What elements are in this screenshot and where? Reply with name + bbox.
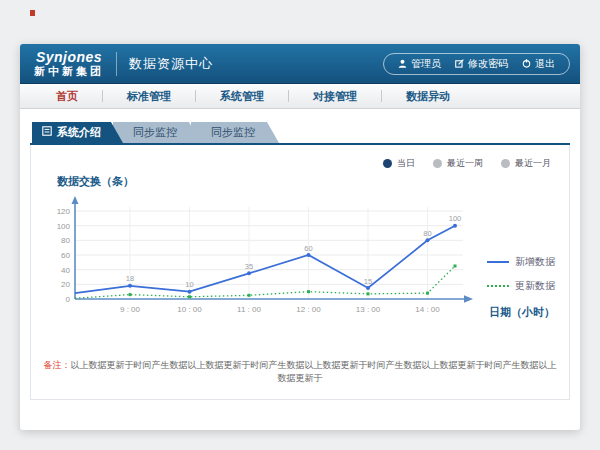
app-window: Synjones 新中新集团 数据资源中心 管理员 修改密码	[20, 44, 580, 430]
svg-text:80: 80	[61, 236, 70, 245]
user-icon	[398, 59, 407, 68]
nav-item-standard-mgmt[interactable]: 标准管理	[103, 89, 195, 104]
red-dot	[30, 10, 35, 16]
tab-bar: 系统介绍同步监控同步监控	[30, 122, 570, 143]
svg-text:13 : 00: 13 : 00	[356, 305, 381, 314]
radio-label: 当日	[397, 157, 415, 170]
series-legend: 新增数据更新数据	[487, 255, 555, 293]
change-password-label: 修改密码	[468, 57, 508, 71]
y-axis-title: 数据交换（条）	[57, 174, 557, 189]
svg-text:120: 120	[57, 207, 71, 216]
tab-system-intro[interactable]: 系统介绍	[32, 122, 123, 143]
main-content: 系统介绍同步监控同步监控 当日最近一周最近一月 数据交换（条） 02040608…	[20, 109, 580, 400]
radio-dot-icon	[501, 159, 510, 168]
header-divider	[116, 52, 117, 76]
logout-label: 退出	[535, 57, 555, 71]
tab-sync-monitor-2[interactable]: 同步监控	[191, 122, 279, 143]
svg-text:14 : 00: 14 : 00	[415, 305, 440, 314]
legend-line-swatch	[487, 285, 509, 287]
edit-icon	[455, 59, 464, 68]
top-header: Synjones 新中新集团 数据资源中心 管理员 修改密码	[20, 44, 580, 84]
document-icon	[42, 122, 52, 143]
nav-item-home[interactable]: 首页	[32, 89, 102, 104]
change-password-button[interactable]: 修改密码	[455, 57, 508, 71]
legend-new-data[interactable]: 新增数据	[487, 255, 555, 269]
svg-text:100: 100	[57, 222, 71, 231]
radio-today[interactable]: 当日	[383, 157, 415, 170]
nav-item-data-change[interactable]: 数据异动	[382, 89, 474, 104]
radio-label: 最近一月	[515, 157, 551, 170]
company-logo: Synjones 新中新集团	[34, 50, 104, 77]
svg-text:10: 10	[185, 280, 193, 289]
svg-text:0: 0	[66, 295, 71, 304]
svg-text:10 : 00: 10 : 00	[177, 305, 202, 314]
main-nav: 首页标准管理系统管理对接管理数据异动	[20, 84, 580, 109]
line-chart: 0204060801001209 : 0010 : 0011 : 0012 : …	[51, 193, 483, 328]
tab-label: 同步监控	[133, 126, 177, 138]
nav-item-system-mgmt[interactable]: 系统管理	[196, 89, 288, 104]
logo-text-cn: 新中新集团	[34, 65, 104, 77]
svg-text:18: 18	[126, 274, 134, 283]
radio-dot-icon	[433, 159, 442, 168]
svg-text:20: 20	[61, 280, 70, 289]
svg-text:9 : 00: 9 : 00	[120, 305, 141, 314]
x-axis-title: 日期（小时）	[489, 305, 555, 320]
chart-panel: 当日最近一周最近一月 数据交换（条） 0204060801001209 : 00…	[30, 145, 570, 400]
legend-updated-data[interactable]: 更新数据	[487, 279, 555, 293]
svg-text:60: 60	[61, 251, 70, 260]
user-controls: 管理员 修改密码 退出	[383, 53, 570, 75]
svg-text:12 : 00: 12 : 00	[296, 305, 321, 314]
svg-text:15: 15	[364, 277, 372, 286]
nav-item-interface-mgmt[interactable]: 对接管理	[289, 89, 381, 104]
logout-button[interactable]: 退出	[522, 57, 555, 71]
page-title: 数据资源中心	[129, 55, 213, 73]
svg-text:11 : 00: 11 : 00	[237, 305, 261, 314]
footnote: 备注：以上数据更新于时间产生数据以上数据更新于时间产生数据以上数据更新于时间产生…	[43, 359, 557, 385]
svg-text:100: 100	[449, 214, 462, 223]
svg-text:60: 60	[304, 244, 312, 253]
legend-label: 新增数据	[515, 255, 555, 269]
svg-text:80: 80	[423, 229, 431, 238]
tab-label: 同步监控	[211, 126, 255, 138]
svg-text:40: 40	[61, 266, 70, 275]
power-icon	[522, 59, 531, 68]
time-range-filter: 当日最近一周最近一月	[43, 153, 557, 172]
tab-label: 系统介绍	[57, 122, 101, 143]
legend-label: 更新数据	[515, 279, 555, 293]
radio-last-week[interactable]: 最近一周	[433, 157, 483, 170]
legend-line-swatch	[487, 261, 509, 263]
current-user[interactable]: 管理员	[398, 57, 441, 71]
chart-area: 0204060801001209 : 0010 : 0011 : 0012 : …	[43, 193, 557, 343]
current-user-label: 管理员	[411, 57, 441, 71]
radio-last-month[interactable]: 最近一月	[501, 157, 551, 170]
svg-text:35: 35	[245, 262, 253, 271]
tab-sync-monitor-1[interactable]: 同步监控	[113, 122, 201, 143]
radio-dot-icon	[383, 159, 392, 168]
logo-text-en: Synjones	[36, 50, 102, 65]
footnote-text: 以上数据更新于时间产生数据以上数据更新于时间产生数据以上数据更新于时间产生数据以…	[71, 360, 557, 383]
footnote-prefix: 备注：	[44, 360, 71, 370]
radio-label: 最近一周	[447, 157, 483, 170]
